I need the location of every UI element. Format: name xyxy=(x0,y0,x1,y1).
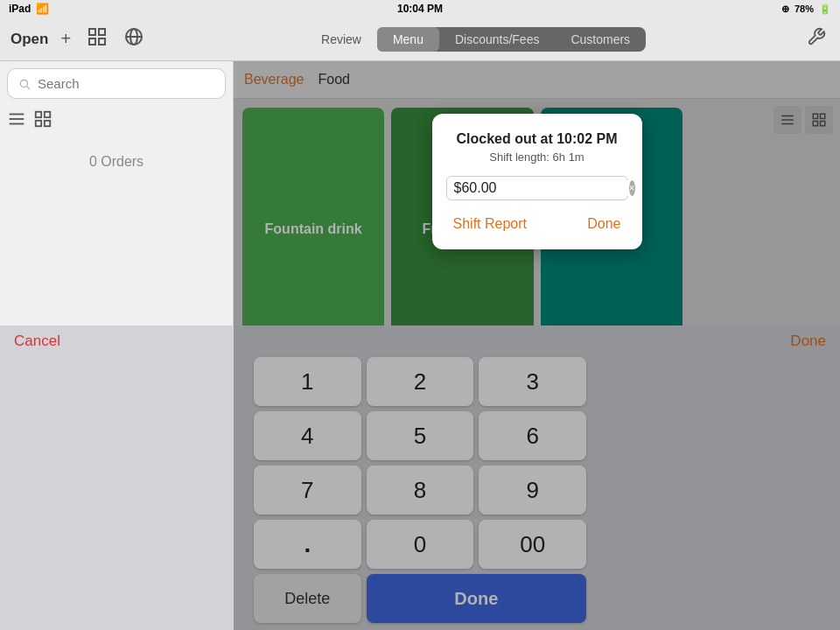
wifi-icon: 📶 xyxy=(36,3,49,15)
grid-view-button[interactable] xyxy=(83,23,111,55)
modal-title: Clocked out at 10:02 PM xyxy=(446,131,628,147)
globe-button[interactable] xyxy=(120,23,148,55)
svg-rect-15 xyxy=(45,121,50,126)
clock-out-modal: Clocked out at 10:02 PM Shift length: 6h… xyxy=(432,114,642,249)
svg-rect-13 xyxy=(45,112,50,117)
svg-line-8 xyxy=(27,86,30,88)
status-bar: iPad 📶 10:04 PM ⊕ 78% 🔋 xyxy=(0,0,840,18)
battery-percent: 78% xyxy=(794,4,814,14)
location-icon: ⊕ xyxy=(781,4,789,15)
modal-input-row: × xyxy=(446,176,628,200)
cancel-button[interactable]: Cancel xyxy=(14,332,60,350)
discounts-tab[interactable]: Discounts/Fees xyxy=(439,27,555,52)
modal-overlay: Clocked out at 10:02 PM Shift length: 6h… xyxy=(234,61,840,630)
svg-point-7 xyxy=(20,80,27,87)
open-button[interactable]: Open xyxy=(10,31,48,48)
top-nav: Open + Review Menu Discounts/Fees Custom… xyxy=(0,18,840,61)
time-display: 10:04 PM xyxy=(397,3,443,15)
svg-rect-0 xyxy=(89,29,95,35)
list-controls xyxy=(0,106,233,136)
nav-tab-group: Menu Discounts/Fees Customers xyxy=(377,27,646,52)
amount-input[interactable] xyxy=(454,180,629,196)
search-input[interactable] xyxy=(38,76,214,91)
svg-rect-14 xyxy=(36,121,41,126)
modal-actions: Shift Report Done xyxy=(446,213,628,235)
battery-icon: 🔋 xyxy=(819,4,831,15)
clear-button[interactable]: × xyxy=(629,180,635,196)
shift-report-button[interactable]: Shift Report xyxy=(446,213,534,235)
svg-rect-2 xyxy=(89,38,95,45)
settings-button[interactable] xyxy=(803,24,830,54)
customers-tab[interactable]: Customers xyxy=(555,27,646,52)
menu-tab[interactable]: Menu xyxy=(377,27,439,52)
modal-done-button[interactable]: Done xyxy=(580,213,627,235)
nav-center-tabs: Review Menu Discounts/Fees Customers xyxy=(157,27,794,52)
svg-rect-1 xyxy=(99,29,105,35)
review-tab[interactable]: Review xyxy=(305,27,377,52)
list-view-button[interactable] xyxy=(7,109,26,133)
modal-subtitle: Shift length: 6h 1m xyxy=(446,150,628,164)
svg-rect-3 xyxy=(99,38,105,45)
device-label: iPad xyxy=(9,3,31,15)
grid-list-button[interactable] xyxy=(33,109,52,133)
search-bar-container xyxy=(7,68,226,99)
main-area: Beverage Food xyxy=(234,61,840,630)
add-button[interactable]: + xyxy=(57,25,74,52)
search-icon xyxy=(18,78,31,90)
svg-rect-12 xyxy=(36,112,41,117)
